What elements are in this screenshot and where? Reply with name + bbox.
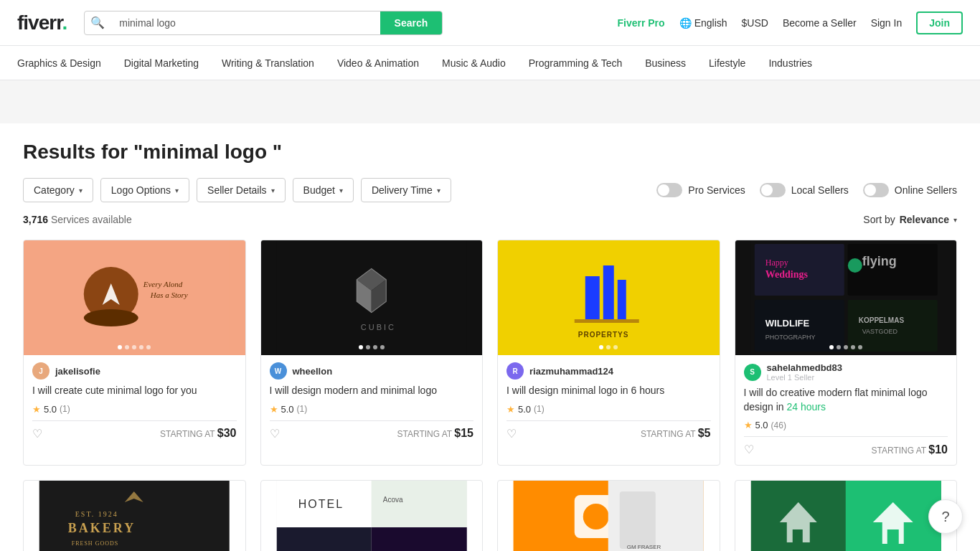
chevron-down-icon: ▾ — [437, 187, 440, 194]
nav-item-writing[interactable]: Writing & Translation — [222, 55, 314, 72]
logo-options-filter[interactable]: Logo Options ▾ — [100, 178, 189, 202]
seller-details-filter[interactable]: Seller Details ▾ — [197, 178, 285, 202]
become-seller-link[interactable]: Become a Seller — [783, 17, 857, 29]
favorite-button-3[interactable]: ♡ — [507, 427, 517, 441]
nav-item-industries[interactable]: Industries — [768, 55, 812, 72]
results-count: 3,716 Services available — [23, 214, 132, 225]
card-dots-1 — [118, 345, 151, 349]
card-title-1: I will create cute minimal logo for you — [32, 384, 237, 398]
dot — [380, 345, 385, 349]
dot — [858, 345, 862, 349]
dot — [118, 345, 122, 349]
card-body-4: S sahelahmedbd83 Level 1 Seller I will d… — [735, 355, 957, 465]
avatar-4: S — [744, 364, 761, 381]
rating-count: (46) — [771, 420, 786, 430]
local-sellers-label: Local Sellers — [791, 184, 849, 196]
svg-point-48 — [583, 504, 609, 529]
rating-value: 5.0 — [281, 404, 294, 415]
seller-name-3: riazmuhammad124 — [529, 366, 613, 377]
card-1[interactable]: Every Alond Has a Story J jakelisofie I … — [23, 240, 246, 466]
online-sellers-toggle-item: Online Sellers — [863, 183, 957, 197]
bottom-cards-grid: EST. 1924 BAKERY FRESH GOODS HOTEL Disco… — [23, 480, 957, 551]
banner-area — [0, 80, 980, 123]
help-button[interactable]: ? — [928, 499, 963, 534]
dot — [837, 345, 841, 349]
delivery-time-filter[interactable]: Delivery Time ▾ — [361, 178, 451, 202]
card-2[interactable]: CUBIC W wheellon I will design modern an… — [260, 240, 484, 466]
starting-at-3: STARTING AT $5 — [641, 427, 711, 440]
favorite-button-2[interactable]: ♡ — [270, 427, 280, 441]
dot — [132, 345, 136, 349]
category-filter[interactable]: Category ▾ — [23, 178, 93, 202]
starting-at-4: STARTING AT $10 — [872, 443, 948, 456]
favorite-button-1[interactable]: ♡ — [32, 427, 42, 441]
nav-item-music[interactable]: Music & Audio — [442, 55, 506, 72]
language-selector[interactable]: 🌐 English — [679, 17, 727, 29]
svg-text:Happy: Happy — [765, 258, 788, 268]
question-mark-icon: ? — [941, 509, 949, 525]
search-input[interactable] — [110, 11, 380, 34]
star-icon: ★ — [744, 420, 753, 430]
bottom-card-4[interactable]: LOAM — [735, 480, 958, 551]
card-4[interactable]: Happy Weddings flying WILDLIFE PHOTOGRAP… — [735, 240, 958, 466]
search-button[interactable]: Search — [380, 11, 443, 34]
toggle-knob — [658, 184, 669, 196]
card-footer-3: ♡ STARTING AT $5 — [507, 420, 711, 441]
sort-value: Relevance — [900, 214, 949, 225]
budget-filter[interactable]: Budget ▾ — [293, 178, 354, 202]
svg-text:BAKERY: BAKERY — [68, 521, 136, 535]
chevron-down-icon: ▾ — [175, 187, 179, 194]
bottom-card-2[interactable]: HOTEL DiscountBliss Acova Lightening — [260, 480, 484, 551]
seller-name-1: jakelisofie — [55, 366, 100, 377]
nav-item-lifestyle[interactable]: Lifestyle — [709, 55, 745, 72]
card-3[interactable]: PROPERTYS R riazmuhammad124 I will desig… — [497, 240, 720, 466]
svg-text:Every Alond: Every Alond — [143, 280, 183, 288]
dot — [146, 345, 151, 349]
bottom-card-3[interactable]: GM FRASER — [497, 480, 720, 551]
chevron-down-icon: ▾ — [271, 187, 275, 194]
nav-item-video[interactable]: Video & Animation — [337, 55, 419, 72]
nav-item-programming[interactable]: Programming & Tech — [529, 55, 622, 72]
join-button[interactable]: Join — [916, 11, 963, 34]
card-title-3: I will design minimal logo in 6 hours — [507, 384, 711, 398]
chevron-down-icon: ▾ — [953, 216, 957, 224]
card-image-3: PROPERTYS — [498, 240, 720, 355]
logo[interactable]: fiverr. — [17, 11, 67, 34]
fiverr-pro-link[interactable]: Fiverr Pro — [617, 17, 664, 29]
sign-in-link[interactable]: Sign In — [871, 17, 903, 29]
seller-name-4: sahelahmedbd83 — [767, 362, 843, 373]
price-1: $30 — [217, 427, 237, 439]
toggle-knob — [864, 184, 876, 196]
price-3: $5 — [698, 427, 711, 439]
nav-item-graphics[interactable]: Graphics & Design — [17, 55, 101, 72]
svg-rect-28 — [847, 300, 937, 352]
local-sellers-toggle[interactable] — [760, 183, 786, 197]
card-footer-2: ♡ STARTING AT $15 — [270, 420, 474, 441]
nav-item-business[interactable]: Business — [645, 55, 686, 72]
starting-at-label: STARTING AT — [160, 429, 217, 439]
dot — [366, 345, 370, 349]
card-rating-3: ★ 5.0 (1) — [507, 404, 711, 415]
rating-value: 5.0 — [44, 404, 57, 415]
card-body-2: W wheellon I will design modern and mini… — [261, 355, 483, 449]
nav-bar: Graphics & Design Digital Marketing Writ… — [0, 46, 980, 80]
favorite-button-4[interactable]: ♡ — [744, 443, 754, 456]
svg-rect-13 — [585, 276, 600, 319]
currency-selector[interactable]: $USD — [742, 17, 768, 29]
card-image-2: CUBIC — [261, 240, 483, 355]
star-icon: ★ — [507, 404, 515, 415]
sort-by-selector[interactable]: Sort by Relevance ▾ — [863, 214, 957, 225]
pro-services-toggle[interactable] — [656, 183, 682, 197]
online-sellers-toggle[interactable] — [863, 183, 889, 197]
card-dots-4 — [829, 345, 862, 349]
svg-text:WILDLIFE: WILDLIFE — [765, 318, 809, 329]
svg-text:KOPPELMAS: KOPPELMAS — [858, 316, 904, 324]
card-rating-4: ★ 5.0 (46) — [744, 420, 948, 430]
svg-text:Weddings: Weddings — [765, 269, 808, 280]
local-sellers-toggle-item: Local Sellers — [760, 183, 849, 197]
nav-item-digital-marketing[interactable]: Digital Marketing — [124, 55, 199, 72]
bottom-card-1[interactable]: EST. 1924 BAKERY FRESH GOODS — [23, 480, 246, 551]
rating-value: 5.0 — [518, 404, 531, 415]
svg-text:CUBIC: CUBIC — [360, 323, 395, 331]
svg-text:Has a Story: Has a Story — [150, 291, 188, 299]
